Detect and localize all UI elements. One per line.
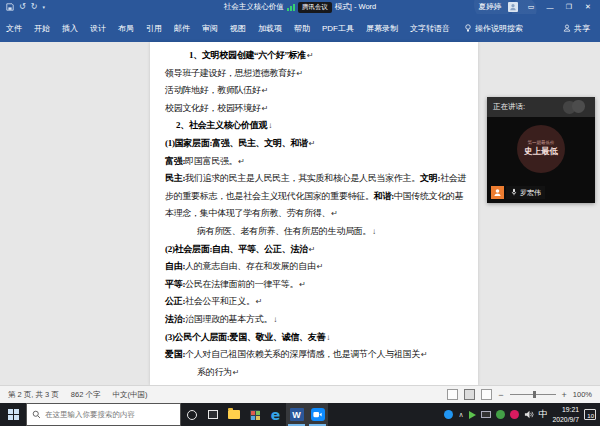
meeting-panel[interactable]: 正在讲话: 第一期最低价 史上最低 罗宏伟 [487,97,595,203]
participant-avatar: 第一期最低价 史上最低 [517,125,565,173]
ribbon-tab[interactable]: 视图 [224,14,252,42]
word-taskbar-button[interactable]: W [286,403,307,426]
read-mode-icon[interactable] [447,389,458,400]
doc-line: (3)公民个人层面:爱国、敬业、诚信、友善↓ [165,329,478,347]
doc-line: 公正:社会公平和正义。↵ [165,293,478,311]
cortana-button[interactable] [181,403,202,426]
zoom-in-button[interactable]: + [562,390,567,400]
paragraph-mark: ↵ [233,368,239,377]
start-button[interactable] [0,403,26,426]
green-app-tray-icon[interactable] [496,410,505,419]
lightbulb-icon [464,24,472,33]
ribbon-display-options-icon[interactable]: ▭ [525,3,537,11]
ribbon-tab[interactable]: 布局 [112,14,140,42]
qq-tray-icon[interactable] [444,410,453,419]
ribbon-tab[interactable]: 邮件 [168,14,196,42]
ribbon-tab[interactable]: 插入 [56,14,84,42]
doc-line: 2、社会主义核心价值观↓ [165,117,478,135]
speaker-name-bar: 罗宏伟 [491,186,545,199]
ribbon-tab[interactable]: 设计 [84,14,112,42]
share-button[interactable]: 共享 [563,23,600,34]
taskbar-clock[interactable]: 19:21 2020/9/7 [553,405,579,423]
ribbon-tab[interactable]: 开始 [28,14,56,42]
doc-text-segment: 爱国: [165,349,185,359]
restore-button[interactable]: ❐ [563,3,575,11]
notification-count: 10 [587,413,594,419]
paragraph-mark: ↓ [273,315,277,324]
close-button[interactable]: ✕ [582,3,594,11]
doc-text-segment: (2)社会层面:自由、平等、公正、法治 [165,244,308,254]
page-indicator[interactable]: 第 2 页, 共 3 页 [8,390,59,400]
user-avatar[interactable] [508,2,518,12]
doc-line: 法治:治国理政的基本方式。↓ [165,311,478,329]
undo-icon[interactable]: ↺ [19,3,26,11]
display-tray-icon[interactable] [481,411,491,418]
doc-line: (1)国家层面:富强、民主、文明、和谐↵ [165,135,478,153]
ribbon-tab[interactable]: 审阅 [196,14,224,42]
edge-button[interactable]: e [265,403,286,426]
media-player-tray-icon[interactable] [469,411,476,419]
ribbon-tab[interactable]: PDF工具 [316,14,360,42]
document-page[interactable]: 1、文明校园创建“六个好”标准↵领导班子建设好，思想道德教育好↵活动阵地好，教师… [150,42,478,385]
doc-line: 民主:我们追求的民主是人民民主，其实质和核心是人民当家作主。文明:社会进 [165,170,478,188]
print-layout-icon[interactable] [464,389,475,400]
show-hidden-icons-chevron[interactable]: ∧ [458,411,463,419]
tell-me-box[interactable]: 操作说明搜索 [456,23,531,34]
doc-text-segment: 校园文化好，校园环境好 [165,103,261,113]
tencent-meeting-logo-icon [563,100,587,114]
minimize-button[interactable]: — [544,4,556,11]
zoom-slider-thumb[interactable] [533,391,536,398]
ribbon-tab[interactable]: 加载项 [252,14,288,42]
search-input[interactable] [45,410,175,419]
zoom-slider[interactable] [510,394,556,395]
paragraph-mark: ↵ [309,139,315,148]
web-layout-icon[interactable] [481,389,492,400]
person-icon [563,24,571,32]
doc-text-segment: (1)国家层面:富强、民主、文明、和谐 [165,138,308,148]
taskbar-search[interactable] [26,403,181,426]
meeting-badge[interactable]: 腾讯会议 [298,2,332,13]
doc-text-segment: 人的意志自由、存在和发展的自由 [185,261,316,271]
doc-line: 爱国:个人对自己祖国依赖关系的深厚情感，也是调节个人与祖国关↵ [165,346,478,364]
action-center-icon[interactable]: 10 [584,409,596,420]
meeting-panel-header[interactable]: 正在讲话: [487,97,595,117]
save-icon[interactable] [6,3,14,11]
ime-indicator[interactable]: 中 [539,408,548,421]
store-button[interactable] [244,403,265,426]
speaker-icon[interactable] [524,410,534,419]
customize-qat-icon[interactable]: ▾ [42,5,45,10]
cortana-icon [187,410,197,420]
ribbon-tab[interactable]: 引用 [140,14,168,42]
paragraph-mark: ↵ [299,280,305,289]
doc-text-segment: 治国理政的基本方式。 [185,314,272,324]
word-count[interactable]: 862 个字 [71,390,101,400]
zoom-out-button[interactable]: − [498,390,503,400]
speaking-label: 正在讲话: [493,102,525,112]
paragraph-mark: ↵ [307,51,313,60]
zoom-level[interactable]: 100% [573,390,592,399]
doc-line: 1、文明校园创建“六个好”标准↵ [165,47,478,65]
file-explorer-button[interactable] [223,403,244,426]
video-tile[interactable]: 第一期最低价 史上最低 罗宏伟 [487,117,595,203]
meeting-taskbar-button[interactable] [307,403,328,426]
doc-line: 自由:人的意志自由、存在和发展的自由↵ [165,258,478,276]
ribbon-tab[interactable]: 屏幕录制 [360,14,404,42]
pink-app-tray-icon[interactable] [510,410,519,419]
search-icon [32,410,41,419]
paragraph-mark: ↵ [309,245,315,254]
windows-logo-icon [8,409,19,420]
user-name[interactable]: 夏婷婷 [479,2,502,12]
doc-text-segment: 社会进 [440,173,466,183]
language-indicator[interactable]: 中文(中国) [112,390,147,400]
task-view-button[interactable] [202,403,223,426]
doc-text-segment: 我们追求的民主是人民民主，其实质和核心是人民当家作主。 [185,173,420,183]
paragraph-mark: ↓ [326,333,330,342]
edge-icon: e [271,408,281,422]
ribbon-tab[interactable]: 文字转语音 [404,14,456,42]
ribbon-tab[interactable]: 文件 [0,14,28,42]
doc-line: 校园文化好，校园环境好↵ [165,100,478,118]
ribbon-tab[interactable]: 帮助 [288,14,316,42]
doc-line: 步的重要标志，也是社会主义现代化国家的重要特征。和谐:中国传统文化的基 [165,188,478,206]
doc-text-segment: 自由: [165,261,185,271]
redo-icon[interactable]: ↻ [31,3,38,11]
